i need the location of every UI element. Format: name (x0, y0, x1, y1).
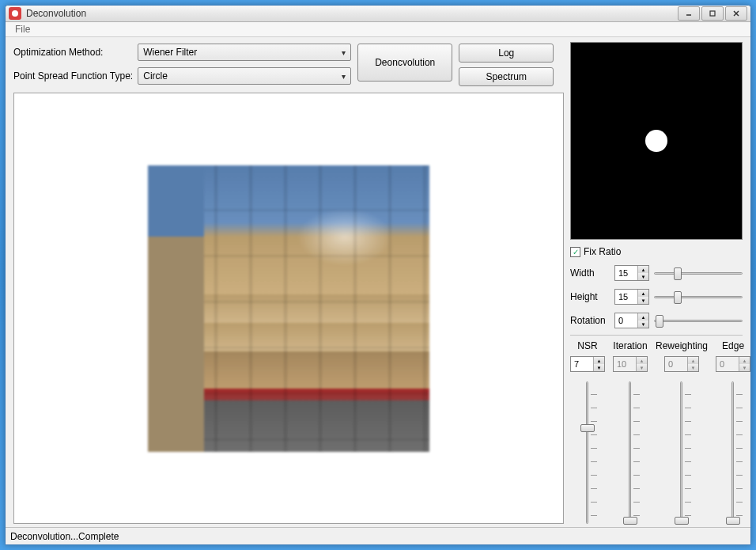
window-title: Deconvolution (26, 8, 678, 19)
reweighting-down-icon: ▼ (688, 364, 698, 371)
psf-kernel-dot (645, 130, 667, 152)
height-value: 15 (615, 290, 637, 304)
nsr-spinner[interactable]: 7 ▲▼ (570, 356, 605, 372)
edge-slider (716, 381, 750, 524)
width-up-icon[interactable]: ▲ (638, 266, 648, 273)
height-up-icon[interactable]: ▲ (638, 290, 648, 297)
menubar: File (6, 22, 750, 37)
rotation-up-icon[interactable]: ▲ (638, 313, 648, 321)
app-icon (9, 7, 21, 20)
fix-ratio-checkbox[interactable]: ✓ (570, 247, 580, 257)
rotation-value: 0 (615, 313, 637, 328)
opt-method-select[interactable]: Wiener Filter (138, 44, 351, 61)
status-text: Deconvolution...Complete (10, 531, 119, 542)
height-spinner[interactable]: 15 ▲▼ (614, 289, 649, 305)
result-image (148, 165, 429, 452)
reweighting-value: 0 (665, 357, 687, 371)
maximize-button[interactable] (701, 6, 724, 21)
iteration-down-icon: ▼ (637, 364, 647, 371)
reweighting-up-icon: ▲ (688, 357, 698, 364)
opt-method-value: Wiener Filter (143, 47, 197, 58)
nsr-value: 7 (571, 357, 593, 371)
reweighting-slider (656, 381, 708, 524)
nsr-slider[interactable] (570, 381, 605, 524)
titlebar[interactable]: Deconvolution (6, 6, 750, 22)
image-panel (13, 93, 564, 524)
height-down-icon[interactable]: ▼ (638, 297, 648, 304)
width-slider[interactable] (654, 265, 743, 281)
deconvolution-button[interactable]: Deoncvolution (357, 44, 452, 82)
edge-spinner: 0 ▲▼ (716, 356, 750, 372)
nsr-label: NSR (570, 340, 605, 351)
iteration-spinner: 10 ▲▼ (613, 356, 648, 372)
rotation-slider[interactable] (654, 313, 743, 328)
spectrum-button[interactable]: Spectrum (459, 67, 554, 86)
rotation-label: Rotation (570, 315, 610, 326)
height-label: Height (570, 291, 610, 302)
right-panel: ✓ Fix Ratio Width 15 ▲▼ Height (570, 93, 743, 524)
edge-value: 0 (716, 357, 739, 371)
psf-type-select[interactable]: Circle (138, 67, 351, 85)
fix-ratio-label: Fix Ratio (584, 246, 621, 257)
width-value: 15 (615, 266, 637, 280)
statusbar: Deconvolution...Complete (6, 527, 750, 544)
width-spinner[interactable]: 15 ▲▼ (614, 265, 649, 281)
log-button[interactable]: Log (459, 44, 554, 63)
client-area: Optimization Method: Wiener Filter Point… (6, 37, 750, 544)
reweighting-label: Reweighting (656, 340, 708, 351)
psf-preview (570, 42, 743, 240)
nsr-up-icon[interactable]: ▲ (594, 357, 604, 364)
svg-rect-1 (710, 11, 715, 16)
iteration-up-icon: ▲ (637, 357, 647, 364)
reweighting-spinner: 0 ▲▼ (664, 356, 699, 372)
close-button[interactable] (725, 6, 747, 21)
width-label: Width (570, 267, 610, 279)
rotation-spinner[interactable]: 0 ▲▼ (614, 313, 649, 328)
edge-label: Edge (716, 340, 750, 351)
psf-type-value: Circle (143, 70, 168, 82)
minimize-button[interactable] (678, 6, 700, 21)
menu-file[interactable]: File (10, 22, 35, 36)
width-down-icon[interactable]: ▼ (638, 273, 648, 280)
iteration-slider (613, 381, 648, 524)
edge-down-icon: ▼ (739, 364, 750, 371)
rotation-down-icon[interactable]: ▼ (638, 321, 648, 328)
iteration-value: 10 (614, 357, 636, 371)
nsr-down-icon[interactable]: ▼ (594, 364, 604, 371)
edge-up-icon: ▲ (739, 357, 750, 364)
app-window: Deconvolution File Optimization Method: … (5, 5, 751, 545)
height-slider[interactable] (654, 289, 743, 305)
psf-type-label: Point Spread Function Type: (13, 70, 133, 82)
opt-method-label: Optimization Method: (13, 47, 133, 58)
iteration-label: Iteration (613, 340, 648, 351)
